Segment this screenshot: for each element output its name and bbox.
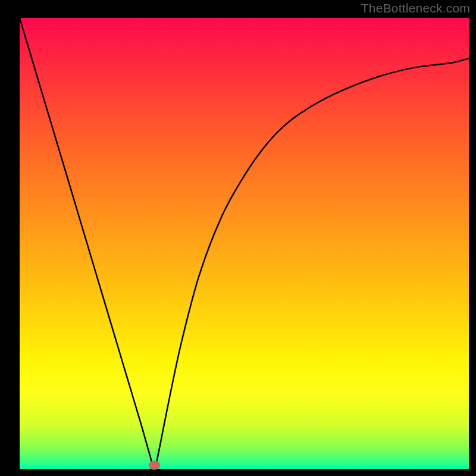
bottleneck-chart	[0, 0, 476, 476]
chart-frame: TheBottleneck.com	[0, 0, 476, 476]
optimum-marker	[149, 461, 161, 469]
